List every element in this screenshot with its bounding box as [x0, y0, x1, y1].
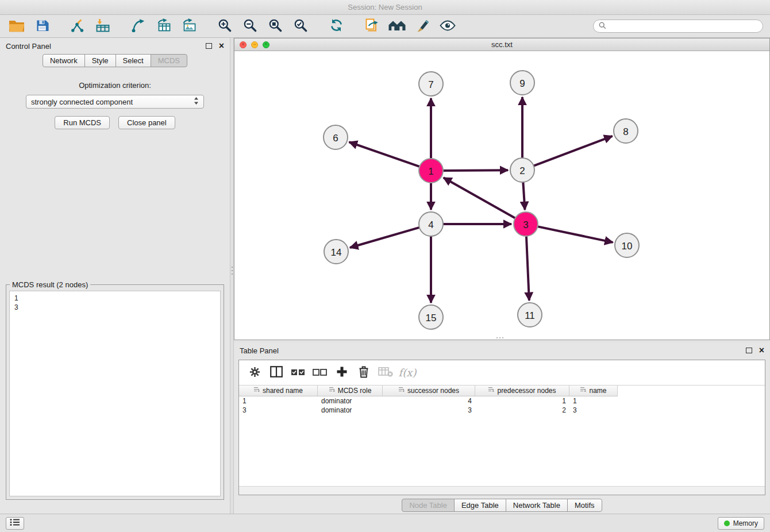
column-header-predecessor-nodes[interactable]: predecessor nodes: [475, 385, 569, 396]
apply-layout-icon: [329, 18, 344, 34]
close-panel-button[interactable]: ×: [219, 41, 224, 51]
mcds-result-title: MCDS result (2 nodes): [10, 280, 90, 289]
toolbar-separator: [203, 26, 210, 26]
show-graphics-details-button[interactable]: [437, 17, 459, 36]
table-panel-header: Table Panel ×: [234, 342, 770, 358]
graph-node-8[interactable]: 8: [614, 119, 638, 143]
toolbar-separator: [351, 26, 357, 26]
network-overview-button[interactable]: [386, 17, 408, 36]
tab-motifs[interactable]: Motifs: [567, 499, 602, 512]
column-header-name[interactable]: name: [569, 385, 618, 396]
graph-node-10[interactable]: 10: [615, 233, 639, 257]
run-mcds-button[interactable]: Run MCDS: [55, 116, 110, 129]
graph-node-6[interactable]: 6: [324, 125, 348, 149]
mcds-result-value: 1: [14, 294, 215, 303]
graph-edge-3-1[interactable]: [444, 178, 517, 218]
search-field[interactable]: [593, 20, 763, 33]
import-table-from-file-button[interactable]: [92, 17, 114, 36]
export-table-icon: [156, 18, 171, 34]
show-columns-button[interactable]: [268, 364, 285, 381]
float-panel-button[interactable]: [206, 43, 212, 49]
graph-node-2[interactable]: 2: [510, 158, 534, 182]
tab-style[interactable]: Style: [84, 54, 116, 67]
open-session-button[interactable]: [6, 17, 28, 36]
tab-edge-table[interactable]: Edge Table: [454, 499, 506, 512]
column-header-successor-nodes[interactable]: successor nodes: [383, 385, 475, 396]
tab-mcds[interactable]: MCDS: [151, 54, 187, 67]
import-network-from-file-button[interactable]: [67, 17, 88, 36]
export-image-button[interactable]: [178, 17, 200, 36]
clone-network-button[interactable]: [361, 17, 383, 36]
graph-node-3[interactable]: 3: [514, 212, 538, 236]
zoom-in-button[interactable]: [214, 17, 236, 36]
zoom-out-button[interactable]: [239, 17, 261, 36]
network-canvas[interactable]: 7968124314101511: [234, 51, 769, 340]
graph-node-14[interactable]: 14: [324, 240, 348, 264]
graph-edge-2-8[interactable]: [533, 136, 613, 166]
graph-edge-2-3[interactable]: [523, 181, 525, 210]
delete-row-button[interactable]: [355, 364, 372, 381]
export-network-button[interactable]: [128, 17, 149, 36]
save-session-button[interactable]: [31, 17, 53, 36]
window-resize-grip[interactable]: [496, 337, 503, 338]
table-container: f(x) shared nameMCDS rolesuccessor nodes…: [238, 360, 765, 495]
search-icon: [599, 22, 606, 31]
svg-text:2: 2: [519, 165, 525, 176]
table-row[interactable]: 3dominator323: [239, 406, 618, 415]
export-table-button[interactable]: [153, 17, 175, 36]
splitter-grip[interactable]: [232, 267, 233, 275]
window-titlebar: Session: New Session: [0, 0, 770, 15]
tab-network-table[interactable]: Network Table: [506, 499, 568, 512]
close-panel-action-button[interactable]: Close panel: [118, 116, 175, 129]
zoom-fit-button[interactable]: [264, 17, 286, 36]
table-body: 1dominator4113dominator323: [239, 396, 618, 415]
close-table-panel-button[interactable]: ×: [759, 346, 764, 355]
horizontal-scrollbar[interactable]: [239, 486, 765, 495]
graph-edge-3-11[interactable]: [526, 235, 529, 300]
graph-node-4[interactable]: 4: [419, 212, 443, 236]
zoom-selected-icon: [294, 18, 307, 34]
optimization-criterion-select[interactable]: strongly connected component: [26, 95, 204, 109]
column-label: name: [589, 387, 606, 395]
close-window-button[interactable]: [240, 41, 247, 48]
graph-edge-3-10[interactable]: [537, 226, 613, 242]
toolbar-separator: [315, 26, 322, 26]
graph-node-15[interactable]: 15: [419, 305, 443, 329]
tab-network[interactable]: Network: [43, 54, 85, 67]
graph-edge-1-6[interactable]: [349, 142, 421, 167]
search-input[interactable]: [609, 22, 757, 30]
table-panel-tabs: Node TableEdge TableNetwork TableMotifs: [234, 499, 770, 512]
memory-button[interactable]: Memory: [718, 517, 764, 530]
graph-node-11[interactable]: 11: [518, 303, 542, 327]
table-settings-button[interactable]: [246, 364, 263, 381]
graph-node-7[interactable]: 7: [419, 72, 443, 96]
zoom-selected-button[interactable]: [290, 17, 311, 36]
select-arrows-icon: [194, 97, 199, 107]
graph-edge-4-14[interactable]: [350, 227, 421, 248]
graph-node-1[interactable]: 1: [419, 159, 443, 183]
tab-node-table[interactable]: Node Table: [402, 499, 455, 512]
deselect-all-rows-button[interactable]: [311, 364, 329, 381]
open-session-icon: [9, 19, 25, 34]
table-row[interactable]: 1dominator411: [239, 396, 618, 406]
mcds-result-list[interactable]: 13: [9, 291, 221, 496]
table-cell: 1: [569, 396, 618, 406]
delete-table-button: [377, 364, 394, 381]
apply-style-button[interactable]: [411, 17, 433, 36]
task-history-button[interactable]: [6, 517, 24, 530]
column-header-mcds-role[interactable]: MCDS role: [318, 385, 383, 396]
float-table-panel-button[interactable]: [746, 348, 752, 353]
graph-edge-1-2[interactable]: [442, 170, 508, 171]
network-window-titlebar[interactable]: scc.txt: [234, 38, 769, 51]
table-cell: 4: [383, 396, 475, 406]
add-row-button[interactable]: [333, 364, 351, 381]
minimize-window-button[interactable]: [251, 41, 258, 48]
graph-node-9[interactable]: 9: [510, 71, 534, 95]
apply-layout-button[interactable]: [325, 17, 347, 36]
select-all-rows-button[interactable]: [290, 364, 307, 381]
zoom-window-button[interactable]: [263, 41, 270, 48]
tab-select[interactable]: Select: [116, 54, 151, 67]
column-header-shared-name[interactable]: shared name: [239, 385, 318, 396]
network-canvas-area: 7968124314101511: [234, 51, 769, 340]
vertical-splitter[interactable]: [230, 38, 234, 514]
